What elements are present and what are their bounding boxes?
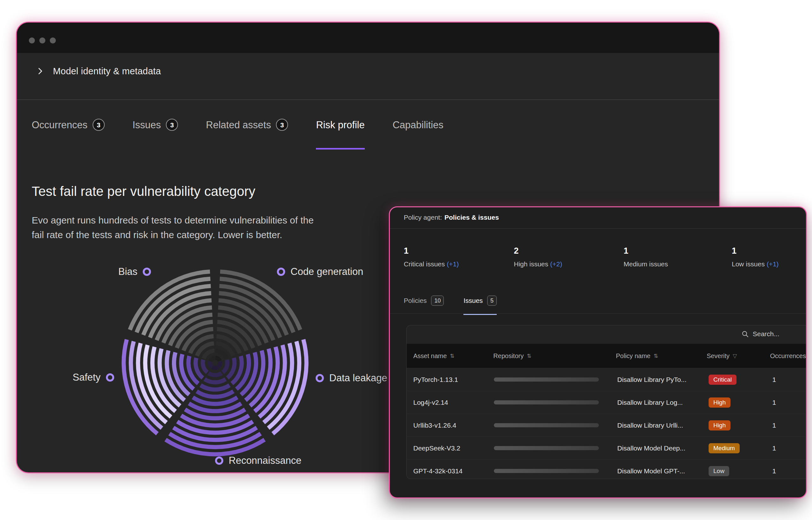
stat-delta: (+1) [447,260,459,268]
repository-placeholder-bar [494,423,599,427]
page-background: Model identity & metadata Occurrences 3 … [0,0,812,520]
stat-low-issues: 1 Low issues(+1) [732,245,779,268]
asset-name-cell: Log4j-v2.14 [407,399,494,406]
tab-count-badge: 10 [431,295,444,306]
stat-value: 1 [624,245,670,256]
bias-marker-icon [143,268,151,276]
tab-count-badge: 3 [166,119,178,131]
policy-title-text: Policies & issues [444,214,499,221]
main-tab-bar: Occurrences 3 Issues 3 Related assets 3 … [32,119,443,150]
tab-count-badge: 5 [487,295,497,306]
search-input[interactable]: Search... [741,330,779,338]
column-header-occurrences[interactable]: Occurrences [766,353,806,360]
tab-issues-policy[interactable]: Issues 5 [464,295,497,315]
expand-chevron-icon[interactable] [36,67,45,76]
table-row[interactable]: GPT-4-32k-0314 Disallow Model GPT-... Lo… [407,459,806,479]
asset-name-cell: GPT-4-32k-0314 [407,467,494,475]
table-toolbar: Search... [407,326,806,344]
occurrences-cell: 1 [768,467,806,475]
severity-cell: High [708,397,768,408]
tab-label: Capabilities [393,119,443,131]
window-control-dot[interactable] [39,37,45,44]
sort-icon[interactable]: ⇅ [527,353,531,359]
chart-label-text: Safety [73,372,101,383]
table-row[interactable]: Log4j-v2.14 Disallow Library Log... High… [407,391,806,414]
occurrences-cell: 1 [768,422,806,429]
table-row[interactable]: Urllib3-v1.26.4 Disallow Library Urlli..… [407,414,806,437]
tab-related-assets[interactable]: Related assets 3 [206,119,288,150]
column-header-policy-name[interactable]: Policy name ⇅ [616,353,707,360]
window-controls [29,37,56,44]
repository-cell [494,446,617,450]
tab-label: Risk profile [316,119,364,131]
tab-label: Occurrences [32,119,88,131]
policy-name-cell: Disallow Library PyTo... [617,376,708,384]
stat-label: Low issues(+1) [732,260,779,268]
severity-badge: Medium [708,443,740,453]
stat-medium-issues: 1 Medium issues [624,245,670,268]
tab-label: Issues [133,119,161,131]
policy-header-divider [390,228,806,229]
safety-marker-icon [106,373,114,382]
sort-icon[interactable]: ⇅ [654,353,658,359]
chart-label-code-generation: Code generation [277,265,363,278]
tab-policies[interactable]: Policies 10 [404,295,444,315]
tab-label: Related assets [206,119,271,131]
repository-placeholder-bar [494,446,599,450]
occurrences-cell: 1 [768,444,806,452]
search-placeholder: Search... [753,330,779,338]
section-title: Test fail rate per vulnerability categor… [32,184,255,199]
radial-fail-rate-chart [117,264,313,461]
chart-label-bias: Bias [118,265,151,278]
column-header-repository[interactable]: Repository ⇅ [493,353,616,360]
table-row[interactable]: DeepSeek-V3.2 Disallow Model Deep... Med… [407,437,806,459]
description-line-1: Evo agent runs hundreds of tests to dete… [32,215,314,226]
occurrences-cell: 1 [768,399,806,406]
chart-label-text: Code generation [290,266,363,278]
description-line-2: fail rate of the tests and risk in the c… [32,230,282,240]
table-row[interactable]: PyTorch-1.13.1 Disallow Library PyTo... … [407,368,806,391]
repository-cell [494,469,617,473]
stat-high-issues: 2 High issues(+2) [514,245,562,268]
policy-window: Policy agent: Policies & issues 1 Critic… [389,206,807,498]
code-generation-marker-icon [277,268,285,276]
repository-placeholder-bar [494,400,599,405]
section-description: Evo agent runs hundreds of tests to dete… [32,213,314,242]
stat-value: 1 [732,245,779,256]
tab-capabilities[interactable]: Capabilities [393,119,443,150]
asset-name-cell: PyTorch-1.13.1 [407,376,494,384]
window-control-dot[interactable] [50,37,56,44]
repository-cell [494,378,617,382]
policy-name-cell: Disallow Library Urlli... [617,422,708,429]
chart-label-data-leakage: Data leakage [316,372,387,385]
sort-icon[interactable]: ⇅ [450,353,454,359]
column-header-asset-name[interactable]: Asset name ⇅ [407,353,493,360]
stat-value: 1 [404,245,459,256]
tab-label: Policies [404,296,427,305]
stat-label: High issues(+2) [514,260,562,268]
repository-placeholder-bar [494,378,599,382]
filter-icon[interactable]: ▽ [733,353,737,359]
severity-badge: Critical [708,374,736,385]
tab-issues[interactable]: Issues 3 [133,119,178,150]
tab-occurrences[interactable]: Occurrences 3 [32,119,105,150]
window-control-dot[interactable] [29,37,35,44]
table-header-row: Asset name ⇅ Repository ⇅ Policy name ⇅ … [407,344,806,368]
repository-placeholder-bar [494,469,599,473]
occurrences-cell: 1 [768,376,806,384]
column-header-severity[interactable]: Severity ▽ [707,353,766,360]
stat-label: Critical issues(+1) [404,260,459,268]
tab-risk-profile[interactable]: Risk profile [316,119,364,150]
policy-name-cell: Disallow Model GPT-... [617,467,708,475]
chart-label-text: Data leakage [329,372,387,384]
tab-count-badge: 3 [276,119,288,131]
severity-cell: Medium [708,443,768,453]
policy-name-cell: Disallow Library Log... [617,399,708,406]
policy-title-prefix: Policy agent: [404,214,442,221]
data-leakage-marker-icon [316,374,324,382]
stat-value: 2 [514,245,562,256]
issues-table: Search... Asset name ⇅ Repository ⇅ Poli… [406,325,806,479]
tab-label: Issues [464,296,483,305]
chart-label-text: Reconnaissance [229,455,301,466]
reconnaissance-marker-icon [215,457,223,465]
